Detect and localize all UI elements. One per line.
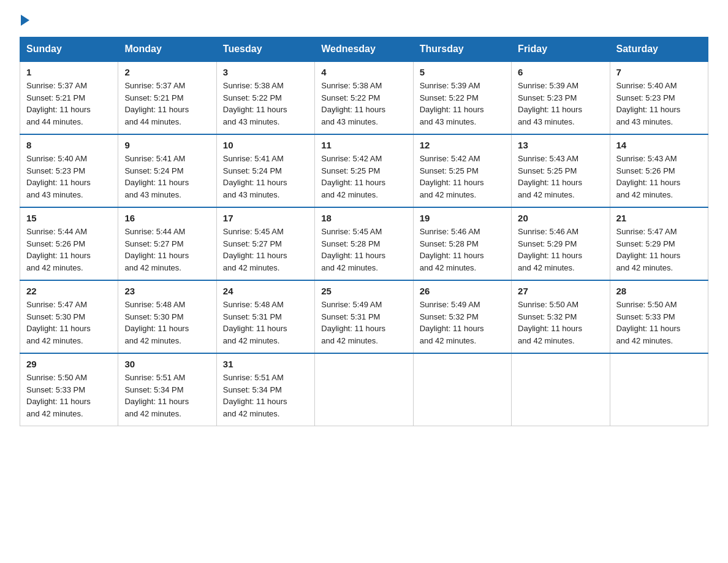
day-info: Sunrise: 5:39 AMSunset: 5:22 PMDaylight:… <box>420 81 484 126</box>
day-header-sunday: Sunday <box>20 37 118 62</box>
day-number: 31 <box>223 359 308 369</box>
day-header-thursday: Thursday <box>413 37 511 62</box>
calendar-cell <box>413 353 511 426</box>
day-info: Sunrise: 5:47 AMSunset: 5:30 PMDaylight:… <box>26 300 91 345</box>
day-number: 29 <box>26 359 112 369</box>
day-number: 13 <box>518 140 603 150</box>
day-info: Sunrise: 5:39 AMSunset: 5:23 PMDaylight:… <box>518 81 582 126</box>
day-info: Sunrise: 5:44 AMSunset: 5:26 PMDaylight:… <box>26 227 91 272</box>
calendar-header: SundayMondayTuesdayWednesdayThursdayFrid… <box>20 37 708 62</box>
calendar-cell: 8 Sunrise: 5:40 AMSunset: 5:23 PMDayligh… <box>20 134 118 207</box>
day-info: Sunrise: 5:37 AMSunset: 5:21 PMDaylight:… <box>124 81 189 126</box>
calendar-cell: 9 Sunrise: 5:41 AMSunset: 5:24 PMDayligh… <box>118 134 216 207</box>
calendar-cell: 11 Sunrise: 5:42 AMSunset: 5:25 PMDaylig… <box>315 134 413 207</box>
day-number: 15 <box>26 213 112 223</box>
day-number: 27 <box>518 286 603 296</box>
day-header-saturday: Saturday <box>610 37 708 62</box>
calendar-cell: 10 Sunrise: 5:41 AMSunset: 5:24 PMDaylig… <box>216 134 314 207</box>
logo <box>20 15 31 26</box>
calendar-cell: 26 Sunrise: 5:49 AMSunset: 5:32 PMDaylig… <box>413 280 511 353</box>
calendar-cell: 13 Sunrise: 5:43 AMSunset: 5:25 PMDaylig… <box>512 134 610 207</box>
calendar-cell: 27 Sunrise: 5:50 AMSunset: 5:32 PMDaylig… <box>512 280 610 353</box>
calendar-cell: 29 Sunrise: 5:50 AMSunset: 5:33 PMDaylig… <box>20 353 118 426</box>
day-info: Sunrise: 5:41 AMSunset: 5:24 PMDaylight:… <box>223 154 287 199</box>
day-header-monday: Monday <box>118 37 216 62</box>
day-number: 1 <box>26 67 112 77</box>
calendar-cell: 19 Sunrise: 5:46 AMSunset: 5:28 PMDaylig… <box>413 207 511 280</box>
day-number: 6 <box>518 67 603 77</box>
calendar-cell: 2 Sunrise: 5:37 AMSunset: 5:21 PMDayligh… <box>118 61 216 134</box>
calendar-cell: 21 Sunrise: 5:47 AMSunset: 5:29 PMDaylig… <box>610 207 708 280</box>
calendar-cell: 17 Sunrise: 5:45 AMSunset: 5:27 PMDaylig… <box>216 207 314 280</box>
day-number: 21 <box>616 213 702 223</box>
calendar-table: SundayMondayTuesdayWednesdayThursdayFrid… <box>20 37 708 426</box>
day-info: Sunrise: 5:50 AMSunset: 5:32 PMDaylight:… <box>518 300 582 345</box>
day-number: 7 <box>616 67 702 77</box>
day-info: Sunrise: 5:45 AMSunset: 5:28 PMDaylight:… <box>321 227 385 272</box>
day-number: 16 <box>124 213 210 223</box>
day-info: Sunrise: 5:43 AMSunset: 5:25 PMDaylight:… <box>518 154 582 199</box>
calendar-cell: 1 Sunrise: 5:37 AMSunset: 5:21 PMDayligh… <box>20 61 118 134</box>
day-info: Sunrise: 5:48 AMSunset: 5:31 PMDaylight:… <box>223 300 287 345</box>
days-of-week-row: SundayMondayTuesdayWednesdayThursdayFrid… <box>20 37 708 62</box>
day-header-wednesday: Wednesday <box>315 37 413 62</box>
calendar-cell: 7 Sunrise: 5:40 AMSunset: 5:23 PMDayligh… <box>610 61 708 134</box>
calendar-cell: 25 Sunrise: 5:49 AMSunset: 5:31 PMDaylig… <box>315 280 413 353</box>
calendar-cell: 24 Sunrise: 5:48 AMSunset: 5:31 PMDaylig… <box>216 280 314 353</box>
day-number: 19 <box>420 213 505 223</box>
calendar-body: 1 Sunrise: 5:37 AMSunset: 5:21 PMDayligh… <box>20 61 708 426</box>
calendar-cell: 15 Sunrise: 5:44 AMSunset: 5:26 PMDaylig… <box>20 207 118 280</box>
day-number: 9 <box>124 140 210 150</box>
day-header-friday: Friday <box>512 37 610 62</box>
day-info: Sunrise: 5:42 AMSunset: 5:25 PMDaylight:… <box>321 154 385 199</box>
day-number: 5 <box>420 67 505 77</box>
calendar-cell: 28 Sunrise: 5:50 AMSunset: 5:33 PMDaylig… <box>610 280 708 353</box>
day-info: Sunrise: 5:49 AMSunset: 5:32 PMDaylight:… <box>420 300 484 345</box>
calendar-cell: 14 Sunrise: 5:43 AMSunset: 5:26 PMDaylig… <box>610 134 708 207</box>
calendar-cell: 20 Sunrise: 5:46 AMSunset: 5:29 PMDaylig… <box>512 207 610 280</box>
day-info: Sunrise: 5:37 AMSunset: 5:21 PMDaylight:… <box>26 81 91 126</box>
day-info: Sunrise: 5:50 AMSunset: 5:33 PMDaylight:… <box>616 300 681 345</box>
calendar-cell: 22 Sunrise: 5:47 AMSunset: 5:30 PMDaylig… <box>20 280 118 353</box>
week-row-4: 22 Sunrise: 5:47 AMSunset: 5:30 PMDaylig… <box>20 280 708 353</box>
calendar-cell: 4 Sunrise: 5:38 AMSunset: 5:22 PMDayligh… <box>315 61 413 134</box>
day-number: 17 <box>223 213 308 223</box>
page-header <box>20 15 708 26</box>
calendar-cell <box>315 353 413 426</box>
week-row-3: 15 Sunrise: 5:44 AMSunset: 5:26 PMDaylig… <box>20 207 708 280</box>
logo-top <box>20 15 31 26</box>
day-number: 26 <box>420 286 505 296</box>
calendar-cell: 16 Sunrise: 5:44 AMSunset: 5:27 PMDaylig… <box>118 207 216 280</box>
calendar-cell: 6 Sunrise: 5:39 AMSunset: 5:23 PMDayligh… <box>512 61 610 134</box>
week-row-5: 29 Sunrise: 5:50 AMSunset: 5:33 PMDaylig… <box>20 353 708 426</box>
day-number: 8 <box>26 140 112 150</box>
day-info: Sunrise: 5:40 AMSunset: 5:23 PMDaylight:… <box>26 154 91 199</box>
day-number: 12 <box>420 140 505 150</box>
day-info: Sunrise: 5:38 AMSunset: 5:22 PMDaylight:… <box>321 81 385 126</box>
day-info: Sunrise: 5:43 AMSunset: 5:26 PMDaylight:… <box>616 154 681 199</box>
calendar-cell: 18 Sunrise: 5:45 AMSunset: 5:28 PMDaylig… <box>315 207 413 280</box>
day-info: Sunrise: 5:41 AMSunset: 5:24 PMDaylight:… <box>124 154 189 199</box>
day-number: 2 <box>124 67 210 77</box>
week-row-2: 8 Sunrise: 5:40 AMSunset: 5:23 PMDayligh… <box>20 134 708 207</box>
day-number: 30 <box>124 359 210 369</box>
day-number: 25 <box>321 286 406 296</box>
calendar-cell <box>512 353 610 426</box>
calendar-cell: 3 Sunrise: 5:38 AMSunset: 5:22 PMDayligh… <box>216 61 314 134</box>
day-number: 23 <box>124 286 210 296</box>
day-info: Sunrise: 5:50 AMSunset: 5:33 PMDaylight:… <box>26 373 91 418</box>
day-info: Sunrise: 5:46 AMSunset: 5:28 PMDaylight:… <box>420 227 484 272</box>
day-number: 18 <box>321 213 406 223</box>
day-number: 11 <box>321 140 406 150</box>
day-info: Sunrise: 5:44 AMSunset: 5:27 PMDaylight:… <box>124 227 189 272</box>
calendar-cell <box>610 353 708 426</box>
day-number: 20 <box>518 213 603 223</box>
calendar-cell: 5 Sunrise: 5:39 AMSunset: 5:22 PMDayligh… <box>413 61 511 134</box>
calendar-cell: 30 Sunrise: 5:51 AMSunset: 5:34 PMDaylig… <box>118 353 216 426</box>
day-info: Sunrise: 5:45 AMSunset: 5:27 PMDaylight:… <box>223 227 287 272</box>
calendar-cell: 23 Sunrise: 5:48 AMSunset: 5:30 PMDaylig… <box>118 280 216 353</box>
day-number: 24 <box>223 286 308 296</box>
calendar-cell: 12 Sunrise: 5:42 AMSunset: 5:25 PMDaylig… <box>413 134 511 207</box>
day-info: Sunrise: 5:38 AMSunset: 5:22 PMDaylight:… <box>223 81 287 126</box>
day-number: 4 <box>321 67 406 77</box>
